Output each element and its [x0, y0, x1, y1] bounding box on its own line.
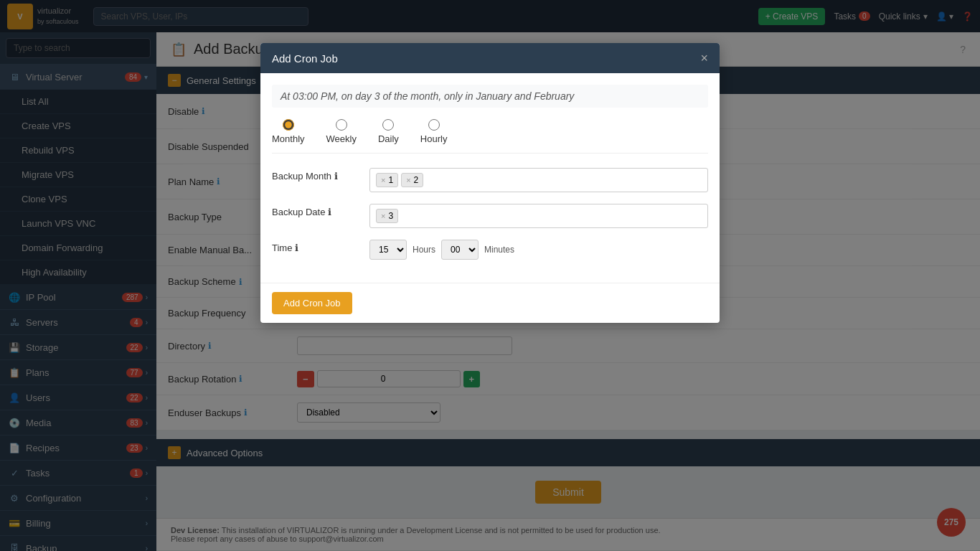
frequency-tabs: Monthly Weekly Daily Hourly: [272, 119, 708, 154]
backup-month-tag-input[interactable]: × 1 × 2: [369, 168, 708, 192]
backup-date-tag-input[interactable]: × 3: [369, 204, 708, 228]
time-label: Time ℹ: [272, 240, 358, 253]
freq-radio-hourly[interactable]: [428, 119, 440, 131]
freq-label-hourly: Hourly: [420, 133, 448, 144]
freq-label-daily: Daily: [378, 133, 399, 144]
minutes-label: Minutes: [484, 245, 514, 255]
modal-overlay[interactable]: Add Cron Job × At 03:00 PM, on day 3 of …: [0, 0, 980, 551]
time-hour-select[interactable]: 15: [369, 240, 407, 260]
backup-month-tag-2-remove[interactable]: ×: [406, 176, 410, 184]
time-minute-select[interactable]: 00: [441, 240, 479, 260]
backup-date-tag-3-remove[interactable]: ×: [381, 212, 385, 220]
hours-label: Hours: [413, 245, 435, 255]
add-cron-modal: Add Cron Job × At 03:00 PM, on day 3 of …: [260, 43, 720, 323]
backup-month-info-icon: ℹ: [334, 171, 338, 182]
add-cron-job-button[interactable]: Add Cron Job: [272, 292, 352, 314]
freq-tab-daily[interactable]: Daily: [378, 119, 399, 144]
backup-month-control: × 1 × 2: [369, 168, 708, 192]
modal-footer: Add Cron Job: [260, 283, 720, 323]
backup-date-label: Backup Date ℹ: [272, 204, 358, 217]
time-info-icon: ℹ: [295, 242, 298, 253]
time-row: 15 Hours 00 Minutes: [369, 240, 708, 260]
backup-month-tag-1: × 1: [376, 173, 398, 187]
freq-tab-hourly[interactable]: Hourly: [420, 119, 448, 144]
modal-form-row-backup-date: Backup Date ℹ × 3: [272, 204, 708, 228]
backup-date-tag-3: × 3: [376, 209, 398, 223]
modal-close-button[interactable]: ×: [700, 52, 708, 65]
modal-body: At 03:00 PM, on day 3 of the month, only…: [260, 73, 720, 283]
backup-date-info-icon: ℹ: [328, 207, 331, 217]
modal-header: Add Cron Job ×: [260, 43, 720, 73]
modal-title: Add Cron Job: [272, 52, 338, 65]
backup-month-tag-2: × 2: [401, 173, 423, 187]
freq-radio-monthly[interactable]: [283, 119, 294, 131]
modal-form-row-backup-month: Backup Month ℹ × 1 × 2: [272, 168, 708, 192]
backup-month-tag-1-remove[interactable]: ×: [381, 176, 385, 184]
backup-month-label: Backup Month ℹ: [272, 168, 358, 182]
modal-form-row-time: Time ℹ 15 Hours 00 Minutes: [272, 240, 708, 260]
freq-radio-weekly[interactable]: [336, 119, 347, 131]
freq-tab-weekly[interactable]: Weekly: [326, 119, 357, 144]
backup-date-control: × 3: [369, 204, 708, 228]
freq-tab-monthly[interactable]: Monthly: [272, 119, 305, 144]
freq-label-weekly: Weekly: [326, 133, 357, 144]
freq-radio-daily[interactable]: [382, 119, 394, 131]
time-control: 15 Hours 00 Minutes: [369, 240, 708, 260]
cron-description: At 03:00 PM, on day 3 of the month, only…: [272, 85, 708, 108]
freq-label-monthly: Monthly: [272, 133, 305, 144]
